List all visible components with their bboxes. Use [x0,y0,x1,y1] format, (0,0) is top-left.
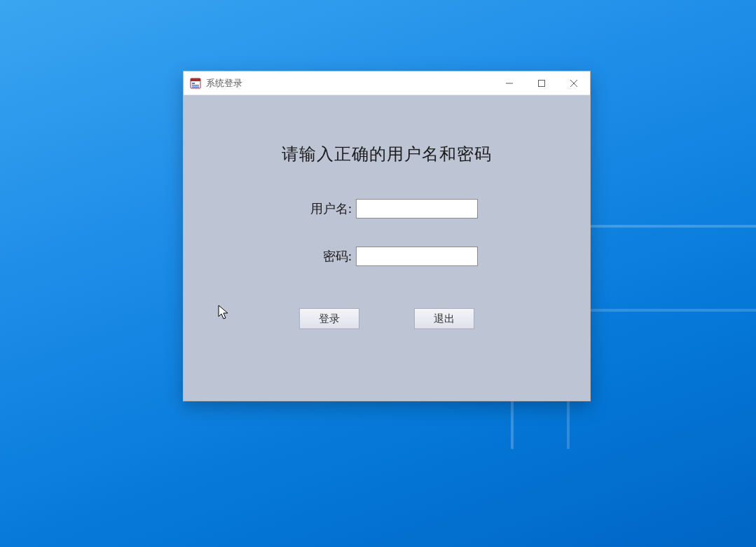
login-button[interactable]: 登录 [299,308,359,329]
window-title: 系统登录 [206,77,493,90]
app-icon [189,77,202,90]
window-controls [493,71,590,95]
username-label: 用户名: [296,200,352,217]
minimize-button[interactable] [493,71,525,95]
svg-rect-3 [192,85,199,86]
username-input[interactable] [356,199,478,219]
username-row: 用户名: [296,199,478,219]
form-heading: 请输入正确的用户名和密码 [282,143,492,165]
maximize-button[interactable] [525,71,558,95]
svg-rect-4 [192,86,199,88]
svg-rect-2 [192,83,195,84]
titlebar[interactable]: 系统登录 [184,71,590,95]
button-row: 登录 退出 [299,308,474,329]
password-label: 密码: [296,248,352,265]
password-input[interactable] [356,247,478,266]
close-button[interactable] [558,71,590,95]
svg-rect-1 [191,78,200,81]
svg-rect-6 [539,80,545,86]
password-row: 密码: [296,247,478,266]
window-body: 请输入正确的用户名和密码 用户名: 密码: 登录 退出 [184,95,590,401]
exit-button[interactable]: 退出 [414,308,474,329]
login-window: 系统登录 请输入正确的用户名和密码 用户名: 密码: 登录 退出 [183,71,591,401]
